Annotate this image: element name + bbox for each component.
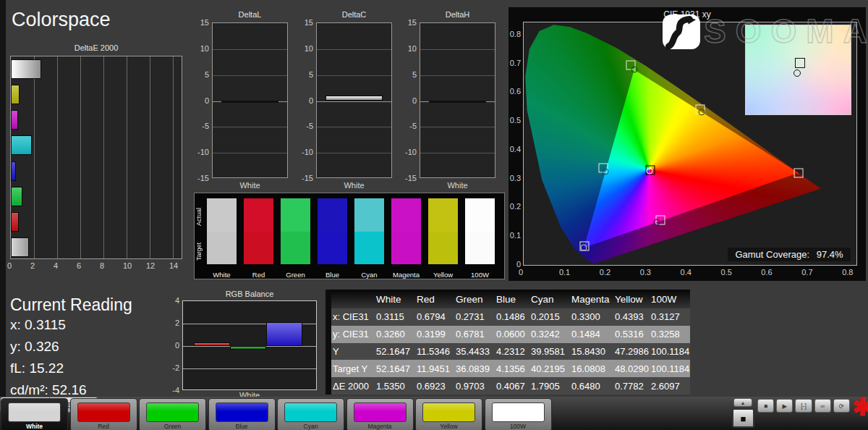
delta-gridline (317, 153, 391, 153)
table-header-cell: Green (454, 294, 495, 305)
color-button-blue[interactable]: Blue (208, 398, 276, 430)
cie-x-tick: 0 (519, 268, 523, 277)
table-cell: 0.6794 (415, 311, 454, 322)
swatch-target (244, 232, 273, 265)
eject-button[interactable]: ▲ (733, 398, 752, 407)
table-header-cell: Magenta (570, 294, 613, 305)
delta-chart-deltac: DeltaC151050-5-10-15White (294, 10, 396, 198)
color-button-100w[interactable]: 100W (485, 398, 552, 430)
measuring-indicator-asterisk: ✱ (852, 392, 868, 421)
table-header-cell: 100W (650, 294, 690, 305)
deltae-plot-area (10, 56, 182, 259)
color-button-magenta[interactable]: Magenta (346, 398, 414, 430)
rgb-balance-chart: RGB Balance White 420-2-4 (163, 290, 330, 397)
delta-y-tick: -10 (398, 148, 417, 156)
rgb-y-tick: 2 (163, 319, 179, 327)
table-row-3: Y52.164711.534635.44334.231239.958115.84… (331, 343, 690, 361)
swatch-actual (318, 198, 347, 232)
delta-y-tick: 15 (190, 18, 209, 27)
deltae-x-tick: 12 (146, 261, 155, 270)
reading-x: x: 0.3115 (10, 317, 66, 333)
color-chip (77, 402, 130, 422)
table-cell: 39.9581 (529, 346, 570, 357)
color-button-white[interactable]: White (1, 398, 68, 430)
color-button-label: Cyan (278, 423, 344, 430)
delta-chart-x-label: White (316, 181, 392, 190)
cie-measured-marker-magenta (654, 219, 660, 225)
swatch-target (354, 232, 384, 265)
color-button-red[interactable]: Red (70, 398, 137, 430)
table-cell: 4.1356 (495, 363, 529, 374)
table-row-1: x: CIE310.31150.67940.27310.14860.20150.… (331, 308, 690, 326)
color-button-yellow[interactable]: Yellow (415, 398, 482, 430)
color-button-label: Magenta (347, 423, 413, 430)
rgb-bar-blue (266, 322, 302, 346)
delta-chart-title: DeltaC (316, 10, 392, 19)
swatch-label: Red (244, 271, 273, 279)
play-button[interactable]: ▶ (776, 399, 793, 413)
delta-y-tick: -10 (190, 148, 209, 156)
swatch-label: Yellow (428, 271, 458, 279)
swatch-green: Green (281, 198, 310, 264)
delta-y-tick: 15 (398, 18, 417, 27)
swatch-target (465, 232, 495, 265)
deltae-bar-green (11, 187, 22, 206)
color-button-label: Yellow (416, 423, 482, 430)
delta-gridline (213, 75, 287, 76)
loop-icon: ∞ (820, 402, 825, 410)
table-row-label: x: CIE31 (331, 311, 375, 322)
deltae-x-tick: 4 (54, 261, 58, 270)
stop-button[interactable]: ■ (757, 399, 774, 413)
loop-button[interactable]: ∞ (814, 399, 831, 413)
deltae-bar-magenta (11, 110, 18, 130)
swatch-target (318, 232, 347, 265)
left-edge-strip (0, 0, 6, 397)
table-cell: 1.5350 (375, 381, 415, 392)
table-cell: 100.1184 (650, 346, 690, 357)
deltae-x-tick: 0 (7, 261, 12, 270)
measure-button[interactable]: [-] (795, 399, 812, 413)
delta-y-tick: 0 (398, 96, 417, 105)
cie-1931-panel: CIE 1931 xy Gamut Coverage: 97.4% SOOMAL… (509, 7, 866, 281)
table-row-label: Y (331, 346, 375, 357)
table-cell: 4.2312 (495, 346, 529, 357)
swatch-label: Magenta (391, 271, 421, 279)
delta-gridline (213, 153, 287, 153)
cie-measured-marker-blue (581, 245, 587, 251)
delta-y-tick: -15 (190, 174, 209, 182)
delta-y-tick: 5 (190, 70, 209, 79)
swatch-actual (207, 198, 237, 232)
table-cell: 35.4433 (454, 346, 495, 357)
gamut-coverage-label: Gamut Coverage: (735, 249, 809, 260)
color-button-label: White (1, 423, 67, 430)
rgb-balance-plot-area (182, 300, 317, 390)
reading-cdm2: cd/m²: 52.16 (10, 382, 87, 398)
color-chip (492, 402, 545, 422)
stop-measure-button[interactable]: ■ (732, 408, 754, 428)
deltae-x-tick: 6 (77, 261, 81, 270)
color-button-cyan[interactable]: Cyan (277, 398, 344, 430)
rgb-y-tick: 0 (163, 341, 179, 350)
table-cell: 15.8430 (570, 346, 613, 357)
color-button-label: 100W (485, 423, 551, 430)
deltae-gridline (127, 56, 127, 258)
rgb-balance-title: RGB Balance (182, 290, 317, 298)
cie-y-tick: 0.5 (509, 116, 521, 125)
color-button-label: Blue (209, 423, 275, 430)
delta-chart-x-label: White (212, 181, 288, 190)
color-button-green[interactable]: Green (139, 398, 206, 430)
swatch-yellow: Yellow (428, 198, 458, 264)
delta-y-tick: 5 (398, 70, 417, 79)
deltae-gridline (103, 56, 104, 258)
deltae-gridline (80, 56, 81, 258)
rgb-bar-green (230, 346, 266, 350)
rgb-bar-red (194, 342, 230, 346)
table-header-cell: White (375, 294, 415, 305)
swatch-100w: 100W (465, 198, 495, 264)
deltae-bar-cyan (11, 135, 32, 155)
refresh-button[interactable]: ⟳ (833, 399, 850, 413)
swatch-label: 100W (465, 271, 495, 279)
swatch-target (391, 232, 421, 265)
table-cell: 0.7782 (613, 381, 650, 392)
soomal-swoosh-icon (663, 14, 700, 49)
